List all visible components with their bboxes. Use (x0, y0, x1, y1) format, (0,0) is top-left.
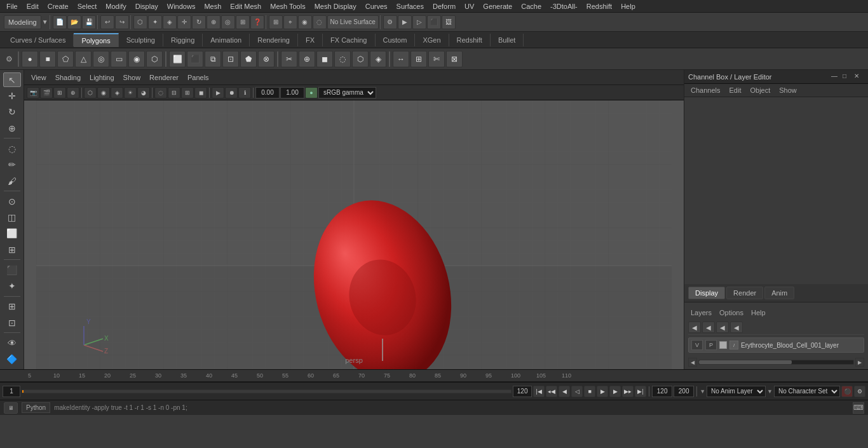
render-settings-btn[interactable]: ⚙ (383, 15, 397, 29)
stop-btn[interactable]: ■ (584, 386, 595, 397)
tab-redshift[interactable]: Redshift (449, 34, 491, 46)
tab-rigging[interactable]: Rigging (163, 34, 203, 46)
vp-shadow-btn[interactable]: ◕ (137, 87, 150, 98)
max-end-input[interactable] (674, 386, 694, 397)
tab-polygons[interactable]: Polygons (74, 33, 118, 47)
vp-film-btn[interactable]: 🎬 (40, 87, 53, 98)
prev-key-btn[interactable]: ◂◀ (546, 386, 557, 397)
vp-wireframe-btn[interactable]: ⬡ (84, 87, 97, 98)
range-end-input[interactable] (513, 386, 532, 397)
menu-windows[interactable]: Windows (163, 1, 200, 11)
menu-redshift[interactable]: Redshift (583, 1, 616, 11)
panels-menu[interactable]: Panels (184, 72, 212, 83)
vp-transform-btn[interactable]: ⊕ (67, 87, 79, 98)
ltab-layers[interactable]: Layers (688, 308, 714, 318)
vp-camera-btn[interactable]: 📷 (27, 87, 39, 98)
viewport-canvas[interactable]: X Z Y persp (24, 100, 684, 369)
vp-colorspace-dropdown[interactable]: sRGB gamma (318, 87, 376, 98)
play-back-btn[interactable]: ◁ (571, 386, 583, 397)
menu-modify[interactable]: Modify (102, 1, 130, 11)
redo-btn[interactable]: ↪ (115, 15, 129, 29)
right-panel-maximize-btn[interactable]: □ (843, 72, 853, 81)
menu-mesh[interactable]: Mesh (200, 1, 225, 11)
shelf-bridge-icon[interactable]: ⬛ (187, 51, 203, 67)
shelf-extrude-icon[interactable]: ⬜ (169, 51, 186, 67)
ipr-render-btn[interactable]: ▷ (412, 15, 426, 29)
right-panel-minimize-btn[interactable]: — (831, 72, 841, 81)
ltab-options[interactable]: Options (717, 308, 746, 318)
no-character-set-dropdown[interactable]: No Character Set (774, 386, 840, 397)
tab-curves-surfaces[interactable]: Curves / Surfaces (3, 34, 74, 46)
auto-key-btn[interactable]: ⚫ (841, 386, 853, 397)
menu-deform[interactable]: Deform (429, 1, 459, 11)
current-frame-input[interactable] (3, 386, 20, 397)
shelf-disk-icon[interactable]: ◉ (128, 51, 145, 67)
shelf-cut-icon[interactable]: ✄ (428, 51, 445, 67)
shelf-fill-hole-icon[interactable]: ◼ (316, 51, 333, 67)
tab-fx[interactable]: FX (298, 34, 323, 46)
create-layer-btn[interactable]: ◀ (688, 322, 701, 333)
layer-color-swatch[interactable] (719, 341, 727, 349)
workspace-dropdown[interactable]: Modeling (4, 15, 41, 29)
menu-edit-mesh[interactable]: Edit Mesh (226, 1, 265, 11)
go-end-btn[interactable]: ▶| (635, 386, 646, 397)
prev-frame-btn[interactable]: ◀ (559, 386, 570, 397)
new-file-btn[interactable]: 📄 (53, 15, 67, 29)
show-menu[interactable]: Show (120, 72, 144, 83)
vp-value2-input[interactable] (280, 87, 304, 98)
python-mode-label[interactable]: Python (22, 402, 50, 413)
no-anim-layer-dropdown[interactable]: No Anim Layer (707, 386, 766, 397)
rotate-tool-btn[interactable]: ↻ (192, 15, 206, 29)
shelf-sew-icon[interactable]: ⊠ (446, 51, 463, 67)
shelf-cube-icon[interactable]: ■ (39, 51, 56, 67)
tab-sculpting[interactable]: Sculpting (119, 34, 163, 46)
outliner-btn[interactable]: 🔷 (3, 352, 21, 367)
scroll-left-btn[interactable]: ◀ (688, 358, 697, 367)
undo-btn[interactable]: ↩ (100, 15, 114, 29)
menu-mesh-display[interactable]: Mesh Display (311, 1, 360, 11)
menu-generate[interactable]: Generate (479, 1, 516, 11)
menu-mesh-tools[interactable]: Mesh Tools (266, 1, 309, 11)
snap-together-btn[interactable]: ⊞ (3, 299, 21, 314)
vp-light-btn[interactable]: ☀ (124, 87, 137, 98)
shelf-unfold-icon[interactable]: ↔ (393, 51, 409, 67)
menu-surfaces[interactable]: Surfaces (393, 1, 428, 11)
snap-grid-btn[interactable]: ⊞ (269, 15, 283, 29)
cb-tab-edit[interactable]: Edit (726, 86, 743, 95)
create-layer-from-selected-btn[interactable]: ◀ (702, 322, 715, 333)
time-ticks[interactable]: 5 10 15 20 25 30 35 40 45 50 55 60 65 70… (28, 372, 840, 379)
menu-edit[interactable]: Edit (23, 1, 43, 11)
paint-select-btn[interactable]: ◈ (163, 15, 177, 29)
tab-display[interactable]: Display (688, 287, 725, 299)
tab-anim[interactable]: Anim (764, 287, 794, 299)
shelf-separate-icon[interactable]: ⊡ (222, 51, 239, 67)
go-start-btn[interactable]: |◀ (533, 386, 545, 397)
vp-gamma-preview-btn[interactable]: ● (305, 87, 318, 98)
layer-row[interactable]: V P / Erythrocyte_Blood_Cell_001_layer (688, 337, 864, 353)
tab-fx-caching[interactable]: FX Caching (323, 34, 375, 46)
tab-bullet[interactable]: Bullet (491, 34, 524, 46)
shelf-platonic-icon[interactable]: ⬡ (146, 51, 163, 67)
menu-uv[interactable]: UV (461, 1, 478, 11)
show-manipulator-btn[interactable]: ⊞ (236, 15, 250, 29)
menu-curves[interactable]: Curves (362, 1, 391, 11)
face-mode-btn[interactable]: ⬜ (3, 226, 21, 241)
shelf-reduce-icon[interactable]: ◈ (370, 51, 386, 67)
vp-display-btn[interactable]: ◼ (194, 87, 207, 98)
shelf-boolean-icon[interactable]: ⊗ (258, 51, 275, 67)
range-slider[interactable] (22, 390, 512, 393)
vp-cache-btn[interactable]: ⏺ (225, 87, 238, 98)
cb-tab-show[interactable]: Show (776, 86, 799, 95)
shelf-cylinder-icon[interactable]: ⬠ (57, 51, 74, 67)
layers-scrollbar[interactable] (698, 360, 854, 365)
no-live-surface-btn[interactable]: No Live Surface (327, 15, 379, 29)
shelf-remesh-icon[interactable]: ⬡ (352, 51, 369, 67)
custom-tool-btn[interactable]: ❓ (250, 15, 264, 29)
menu-cache[interactable]: Cache (517, 1, 545, 11)
open-file-btn[interactable]: 📂 (67, 15, 81, 29)
vp-grid-btn[interactable]: ⊞ (53, 87, 66, 98)
align-btn[interactable]: ⊡ (3, 315, 21, 330)
shelf-torus-icon[interactable]: ◎ (93, 51, 109, 67)
soft-select-btn[interactable]: ◌ (3, 141, 21, 156)
right-panel-close-btn[interactable]: ✕ (854, 72, 864, 81)
